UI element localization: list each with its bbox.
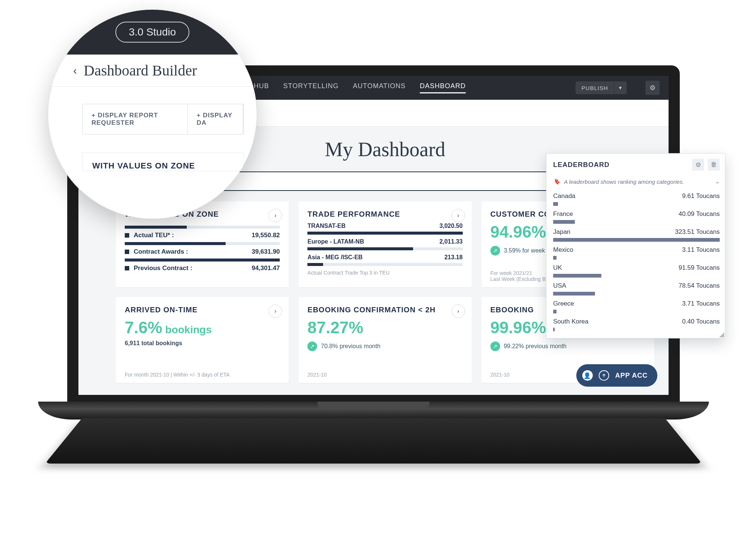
card-footer: For week 2021/21 Last Week (Excluding B [490,270,546,282]
panel-delete-button[interactable]: 🗑 [708,159,720,171]
leaderboard-row[interactable]: France40.09 Toucans [553,207,720,225]
resize-handle[interactable] [719,332,724,337]
metric-row: TRANSAT-EB3,020.50 [307,223,462,235]
bookmark-icon: 🔖 [553,178,560,185]
user-icon: 👤 [582,370,593,381]
leaderboard-row[interactable]: Mexico3.11 Toucans [553,243,720,261]
metric-row: Contract Awards :39,631.90 [125,248,280,256]
publish-label: PUBLISH [576,82,614,94]
trend-up-icon: ↗ [490,341,500,351]
topbar-tabs: DATAHUBSTORYTELLINGAUTOMATIONSDASHBOARD [235,82,466,93]
builder-tabs: + DISPLAY REPORT REQUESTER+ DISPLAY DA [82,104,244,134]
studio-pill[interactable]: 3.0 Studio [115,22,189,43]
leaderboard-row[interactable]: Greece3.71 Toucans [553,297,720,315]
card-title: ARRIVED ON-TIME [125,305,280,315]
trend-up-icon: ↗ [490,246,500,256]
magnifier-lens: 3.0 Studio ‹ Dashboard Builder + DISPLAY… [48,10,257,219]
card-arrived-on-time[interactable]: › ARRIVED ON-TIME 7.6%bookings 6,911 tot… [116,297,289,383]
builder-tab[interactable]: + DISPLAY REPORT REQUESTER [83,104,188,134]
trend-up-icon: ↗ [307,341,317,351]
leaderboard-row[interactable]: South Korea0.40 Toucans [553,315,720,333]
leaderboard-title: LEADERBOARD [553,161,610,169]
card-open-button[interactable]: › [269,209,282,222]
card-ebooking-2h[interactable]: › EBOOKING CONFIRMATION < 2H 87.27% ↗ 70… [298,297,471,383]
page-breadcrumb: Dashboard Builder [84,62,197,79]
chevron-left-icon[interactable]: ‹ [73,64,77,77]
card-open-button[interactable]: › [452,304,465,318]
publish-button[interactable]: PUBLISH ▾ [576,81,627,94]
card-footer: For month 2021-10 | Within +/- 3 days of… [125,372,230,378]
chevron-down-icon[interactable]: ▾ [614,81,627,94]
gear-icon: ⚙ [695,161,701,169]
upload-icon [599,370,609,381]
metric-row: Europe - LATAM-NB2,011.33 [307,238,462,250]
card-trend: ↗ 99.22% previous month [490,341,567,351]
card-title: WITH VALUES ON ZONE [92,161,233,171]
metric-row: Actual TEU* :19,550.82 [125,232,280,239]
tab-storytelling[interactable]: STORYTELLING [283,82,338,93]
card-footer: 2021-10 [307,372,326,378]
card-open-button[interactable]: › [269,304,282,318]
leaderboard-row[interactable]: UK91.59 Toucans [553,261,720,279]
panel-settings-button[interactable]: ⚙ [692,159,704,171]
laptop-hinge [38,402,709,420]
tab-automations[interactable]: AUTOMATIONS [353,82,406,93]
card-sub: 6,911 total bookings [125,340,280,347]
card-title: EBOOKING CONFIRMATION < 2H [307,305,462,315]
metric-row: Previous Contract :94,301.47 [125,264,280,272]
settings-button[interactable]: ⚙ [645,81,660,95]
card-title: TRADE PERFORMANCE [307,210,462,219]
app-access-button[interactable]: 👤 APP ACC [576,364,657,387]
card-metric: 7.6%bookings [125,318,280,337]
card-metric: 87.27% [307,318,462,337]
card-trade-performance[interactable]: › TRADE PERFORMANCE TRANSAT-EB3,020.50Eu… [298,201,471,287]
leaderboard-header: LEADERBOARD ⚙ 🗑 [546,154,725,175]
builder-tab[interactable]: + DISPLAY DA [188,104,243,134]
app-access-label: APP ACC [615,372,648,380]
gear-icon: ⚙ [650,84,656,92]
card-footer: 2021-10 [490,372,509,378]
builder-card[interactable]: WITH VALUES ON ZONE [82,152,244,171]
card-caption: Actual Contract Trade Top 3 in TEU [307,270,462,276]
leaderboard-row[interactable]: USA78.54 Toucans [553,279,720,297]
laptop-keyboard [45,418,702,464]
leaderboard-row[interactable]: Canada9.61 Toucans [553,189,720,207]
metric-row: Asia - MEG /ISC-EB213.18 [307,254,462,266]
leaderboard-subtitle[interactable]: 🔖 A leaderboard shows ranking among cate… [546,175,725,189]
chevron-down-icon[interactable]: ⌄ [715,178,720,185]
trash-icon: 🗑 [711,161,717,168]
leaderboard-row[interactable]: Japan323.51 Toucans [553,225,720,243]
card-trend: ↗ 3.59% for week [490,246,545,256]
magnifier-subheader: ‹ Dashboard Builder [48,55,257,87]
magnifier-topbar: 3.0 Studio [48,10,257,55]
card-trend: ↗ 70.8% previous month [307,341,380,351]
leaderboard-list: Canada9.61 ToucansFrance40.09 ToucansJap… [546,189,725,338]
tab-dashboard[interactable]: DASHBOARD [420,82,466,93]
card-open-button[interactable]: › [452,209,465,222]
leaderboard-panel[interactable]: LEADERBOARD ⚙ 🗑 🔖 A leaderboard shows ra… [546,153,725,338]
